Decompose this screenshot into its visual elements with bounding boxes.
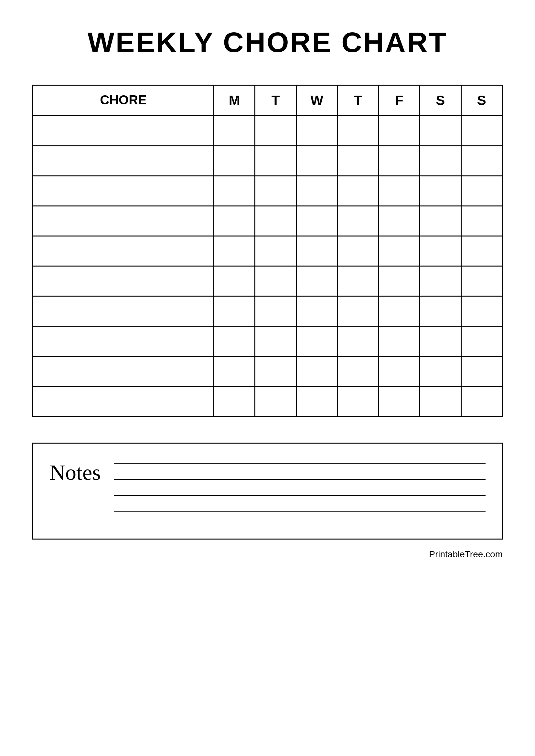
table-row	[33, 116, 502, 146]
day-cell-3-thu[interactable]	[338, 176, 379, 205]
day-header-sat: S	[420, 86, 461, 115]
day-cell-2-wed[interactable]	[297, 146, 338, 176]
chore-input-2[interactable]	[33, 146, 214, 176]
chore-input-3[interactable]	[33, 176, 214, 205]
day-cell-8-sun[interactable]	[462, 327, 502, 356]
day-cell-1-thu[interactable]	[338, 116, 379, 146]
day-cell-1-mon[interactable]	[214, 116, 255, 146]
day-cell-5-sat[interactable]	[420, 236, 461, 266]
day-cell-4-sat[interactable]	[420, 206, 461, 235]
chore-input-10[interactable]	[33, 387, 214, 416]
day-cell-4-wed[interactable]	[297, 206, 338, 235]
day-cell-2-mon[interactable]	[214, 146, 255, 176]
day-cell-3-wed[interactable]	[297, 176, 338, 205]
chore-input-7[interactable]	[33, 297, 214, 326]
day-cell-4-mon[interactable]	[214, 206, 255, 235]
chore-input-1[interactable]	[33, 116, 214, 146]
day-cell-4-sun[interactable]	[462, 206, 502, 235]
notes-line-2[interactable]	[114, 479, 486, 480]
day-cell-1-wed[interactable]	[297, 116, 338, 146]
day-cell-2-sun[interactable]	[462, 146, 502, 176]
day-cell-3-fri[interactable]	[379, 176, 420, 205]
day-cell-6-fri[interactable]	[379, 266, 420, 296]
day-cell-1-fri[interactable]	[379, 116, 420, 146]
day-cell-9-sun[interactable]	[462, 357, 502, 386]
day-header-thu: T	[338, 86, 379, 115]
day-cell-6-wed[interactable]	[297, 266, 338, 296]
day-cell-2-sat[interactable]	[420, 146, 461, 176]
day-cell-10-wed[interactable]	[297, 387, 338, 416]
notes-inner: Notes	[49, 456, 486, 512]
day-cell-7-sun[interactable]	[462, 297, 502, 326]
day-cells-7	[214, 297, 502, 326]
day-headers: M T W T F S S	[214, 86, 502, 115]
day-cell-6-sun[interactable]	[462, 266, 502, 296]
day-cell-6-mon[interactable]	[214, 266, 255, 296]
watermark: PrintableTree.com	[32, 549, 503, 559]
day-header-mon: M	[214, 86, 255, 115]
notes-line-4[interactable]	[114, 511, 486, 512]
day-cell-8-tue[interactable]	[255, 327, 296, 356]
chore-input-4[interactable]	[33, 206, 214, 235]
day-header-wed: W	[297, 86, 338, 115]
notes-line-1[interactable]	[114, 463, 486, 464]
day-cell-8-thu[interactable]	[338, 327, 379, 356]
day-cell-3-sun[interactable]	[462, 176, 502, 205]
day-cell-7-wed[interactable]	[297, 297, 338, 326]
day-cell-4-thu[interactable]	[338, 206, 379, 235]
day-cell-5-mon[interactable]	[214, 236, 255, 266]
chore-chart: CHORE M T W T F S S	[32, 85, 503, 417]
day-cell-10-fri[interactable]	[379, 387, 420, 416]
day-cell-4-tue[interactable]	[255, 206, 296, 235]
day-cell-6-thu[interactable]	[338, 266, 379, 296]
notes-line-3[interactable]	[114, 495, 486, 496]
day-cell-10-sat[interactable]	[420, 387, 461, 416]
chore-input-8[interactable]	[33, 327, 214, 356]
day-cell-7-fri[interactable]	[379, 297, 420, 326]
day-cell-9-tue[interactable]	[255, 357, 296, 386]
day-cells-2	[214, 146, 502, 176]
day-cell-2-thu[interactable]	[338, 146, 379, 176]
page: WEEKLY CHORE CHART CHORE M T W T F S S	[0, 0, 535, 756]
day-cell-6-tue[interactable]	[255, 266, 296, 296]
day-cell-7-tue[interactable]	[255, 297, 296, 326]
day-cell-2-tue[interactable]	[255, 146, 296, 176]
day-cell-5-sun[interactable]	[462, 236, 502, 266]
day-cell-7-mon[interactable]	[214, 297, 255, 326]
day-cell-8-wed[interactable]	[297, 327, 338, 356]
day-cell-7-thu[interactable]	[338, 297, 379, 326]
day-cell-1-sun[interactable]	[462, 116, 502, 146]
day-cell-7-sat[interactable]	[420, 297, 461, 326]
day-cell-5-fri[interactable]	[379, 236, 420, 266]
day-cell-9-wed[interactable]	[297, 357, 338, 386]
day-cell-8-fri[interactable]	[379, 327, 420, 356]
day-cell-6-sat[interactable]	[420, 266, 461, 296]
notes-lines	[114, 456, 486, 512]
day-cell-2-fri[interactable]	[379, 146, 420, 176]
day-cell-9-thu[interactable]	[338, 357, 379, 386]
day-cell-10-thu[interactable]	[338, 387, 379, 416]
day-cell-5-wed[interactable]	[297, 236, 338, 266]
day-cell-10-sun[interactable]	[462, 387, 502, 416]
day-cells-3	[214, 176, 502, 205]
day-cell-1-tue[interactable]	[255, 116, 296, 146]
day-cell-3-sat[interactable]	[420, 176, 461, 205]
day-cell-3-mon[interactable]	[214, 176, 255, 205]
day-cell-5-tue[interactable]	[255, 236, 296, 266]
day-cell-5-thu[interactable]	[338, 236, 379, 266]
day-cell-10-tue[interactable]	[255, 387, 296, 416]
day-cell-1-sat[interactable]	[420, 116, 461, 146]
table-row	[33, 297, 502, 327]
day-cell-4-fri[interactable]	[379, 206, 420, 235]
day-cell-9-fri[interactable]	[379, 357, 420, 386]
day-cell-9-mon[interactable]	[214, 357, 255, 386]
day-cell-3-tue[interactable]	[255, 176, 296, 205]
day-cell-8-mon[interactable]	[214, 327, 255, 356]
chore-input-9[interactable]	[33, 357, 214, 386]
day-cell-9-sat[interactable]	[420, 357, 461, 386]
chore-input-5[interactable]	[33, 236, 214, 266]
day-header-sun: S	[462, 86, 502, 115]
day-cell-8-sat[interactable]	[420, 327, 461, 356]
chore-input-6[interactable]	[33, 266, 214, 296]
day-cell-10-mon[interactable]	[214, 387, 255, 416]
